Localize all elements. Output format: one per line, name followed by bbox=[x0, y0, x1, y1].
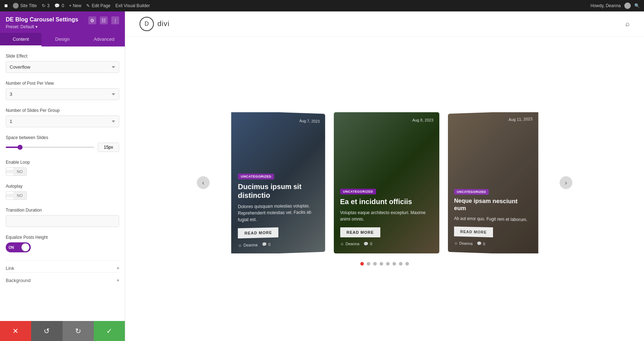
settings-icon[interactable]: ⚙ bbox=[88, 16, 96, 24]
preset-chevron-icon: ▾ bbox=[35, 24, 38, 29]
tab-advanced[interactable]: Advanced bbox=[83, 33, 125, 46]
main-layout: DE Blog Carousel Settings Preset: Defaul… bbox=[0, 11, 644, 341]
exit-builder-label: Exit Visual Builder bbox=[115, 3, 150, 8]
exit-builder-button[interactable]: Exit Visual Builder bbox=[115, 3, 150, 8]
toggle-off-state[interactable] bbox=[6, 170, 13, 173]
undo-button[interactable]: ↺ bbox=[31, 321, 62, 341]
enable-loop-toggle[interactable]: NO bbox=[6, 167, 27, 176]
author-icon-left: ☺ bbox=[238, 243, 242, 247]
dot-3[interactable] bbox=[373, 262, 377, 266]
search-icon[interactable]: 🔍 bbox=[634, 3, 640, 8]
slide-content-center: Aug 8, 2023 UNCATEGORIZED Ea et incidunt… bbox=[334, 112, 439, 253]
comment-icon-left: 💬 bbox=[262, 242, 267, 247]
carousel-prev-button[interactable]: ‹ bbox=[197, 176, 210, 189]
slides-per-group-select[interactable]: 1 2 3 bbox=[6, 115, 119, 127]
slide-author-left: ☺ Deanna bbox=[238, 242, 257, 247]
slide-date-center: Aug 8, 2023 bbox=[412, 118, 433, 122]
prev-chevron-icon: ‹ bbox=[202, 179, 204, 187]
slides-per-group-field: Number of Slides Per Group 1 2 3 bbox=[6, 108, 119, 127]
slide-meta-right: ☺ Deanna 💬 0 bbox=[454, 240, 532, 247]
equalize-on-label: ON bbox=[6, 246, 14, 249]
slider-thumb[interactable] bbox=[18, 145, 23, 150]
slide-comments-center: 💬 0 bbox=[364, 242, 372, 246]
more-icon[interactable]: ⋮ bbox=[111, 16, 119, 24]
dot-5[interactable] bbox=[386, 262, 390, 266]
pencil-icon: ✎ bbox=[86, 3, 90, 8]
dot-1[interactable] bbox=[360, 262, 364, 266]
divi-logo-letter: D bbox=[145, 21, 149, 27]
space-between-label: Space between Slides bbox=[6, 135, 119, 140]
close-button[interactable]: ✕ bbox=[0, 321, 31, 341]
top-bar: ■ Site Title ↻ 3 💬 0 + New ✎ Edit Page E… bbox=[0, 0, 644, 11]
slide-card-left[interactable]: Aug 7, 2023 UNCATEGORIZED Ducimus ipsum … bbox=[231, 112, 325, 253]
link-section-label: Link bbox=[6, 266, 14, 271]
slide-comments-left: 💬 0 bbox=[262, 242, 270, 247]
next-chevron-icon: › bbox=[565, 179, 567, 187]
equalize-toggle[interactable]: ON bbox=[6, 242, 31, 252]
read-more-button-left[interactable]: READ MORE bbox=[238, 227, 278, 238]
dot-4[interactable] bbox=[380, 262, 383, 266]
autoplay-no-label: NO bbox=[13, 192, 26, 199]
slider-track[interactable] bbox=[6, 147, 94, 148]
slide-effect-label: Slide Effect bbox=[6, 54, 119, 59]
carousel-wrapper: ‹ Aug 7, 2023 UNCATEGORIZED Ducimus ipsu… bbox=[197, 112, 572, 253]
slide-effect-field: Slide Effect Coverflow Slide Fade bbox=[6, 54, 119, 73]
read-more-button-center[interactable]: READ MORE bbox=[340, 227, 380, 237]
space-between-slider-row bbox=[6, 143, 119, 152]
slide-card-center[interactable]: Aug 8, 2023 UNCATEGORIZED Ea et incidunt… bbox=[334, 112, 439, 253]
background-section[interactable]: Background ▾ bbox=[6, 272, 119, 285]
comments-item[interactable]: 💬 0 bbox=[54, 3, 64, 8]
save-button[interactable]: ✓ bbox=[94, 321, 125, 341]
site-name-text: Site Title bbox=[20, 3, 37, 8]
site-name[interactable]: Site Title bbox=[13, 3, 37, 9]
new-label: + New bbox=[69, 3, 81, 8]
redo-button[interactable]: ↻ bbox=[63, 321, 94, 341]
carousel-slides: Aug 7, 2023 UNCATEGORIZED Ducimus ipsum … bbox=[210, 112, 560, 253]
sidebar-header-icons: ⚙ ☷ ⋮ bbox=[88, 16, 119, 24]
toggle-off-autoplay[interactable] bbox=[6, 194, 13, 197]
slide-author-right: ☺ Deanna bbox=[454, 241, 473, 245]
toggle-no-label: NO bbox=[13, 168, 26, 176]
enable-loop-toggle-row: NO bbox=[6, 167, 119, 176]
slide-card-right[interactable]: Aug 11, 2023 UNCATEGORIZED Neque ipsam n… bbox=[448, 112, 538, 253]
edit-page-button[interactable]: ✎ Edit Page bbox=[86, 3, 110, 8]
slide-excerpt-center: Voluptas eaque architecto excepturi. Max… bbox=[340, 209, 433, 222]
toggle-knob-equalize bbox=[21, 243, 29, 251]
slide-effect-select[interactable]: Coverflow Slide Fade bbox=[6, 61, 119, 73]
autoplay-toggle[interactable]: NO bbox=[6, 191, 27, 200]
read-more-button-right[interactable]: READ MORE bbox=[454, 226, 493, 237]
columns-icon[interactable]: ☷ bbox=[100, 16, 108, 24]
link-chevron-icon: ▾ bbox=[117, 266, 119, 271]
updates-item[interactable]: ↻ 3 bbox=[42, 3, 50, 8]
equalize-posts-height-label: Equalize Posts Height bbox=[6, 235, 119, 240]
sidebar-title: DE Blog Carousel Settings bbox=[6, 16, 88, 23]
sidebar-preset[interactable]: Preset: Default ▾ bbox=[6, 24, 88, 29]
dot-7[interactable] bbox=[399, 262, 402, 266]
enable-loop-label: Enable Loop bbox=[6, 160, 119, 165]
space-between-input[interactable] bbox=[98, 143, 119, 152]
wordpress-icon[interactable]: ■ bbox=[4, 3, 8, 9]
transition-duration-label: Transition Duration bbox=[6, 208, 119, 213]
slide-category-left: UNCATEGORIZED bbox=[238, 173, 274, 179]
author-icon-center: ☺ bbox=[340, 242, 344, 246]
dot-8[interactable] bbox=[405, 262, 409, 266]
slides-per-group-label: Number of Slides Per Group bbox=[6, 108, 119, 113]
dot-2[interactable] bbox=[367, 262, 370, 266]
equalize-posts-height-field: Equalize Posts Height ON bbox=[6, 235, 119, 252]
divi-nav: D divi ⌕ bbox=[125, 11, 644, 36]
tab-design[interactable]: Design bbox=[42, 33, 83, 46]
link-section[interactable]: Link ▾ bbox=[6, 260, 119, 272]
transition-duration-input[interactable]: 1000 bbox=[6, 215, 119, 227]
divi-search-icon[interactable]: ⌕ bbox=[625, 20, 630, 28]
tab-content[interactable]: Content bbox=[0, 33, 42, 46]
posts-per-view-select[interactable]: 1 2 3 4 bbox=[6, 88, 119, 100]
sidebar-tabs: Content Design Advanced bbox=[0, 33, 125, 46]
updates-count: 3 bbox=[47, 3, 50, 8]
top-bar-left: ■ Site Title ↻ 3 💬 0 + New ✎ Edit Page E… bbox=[4, 3, 585, 9]
sidebar-header: DE Blog Carousel Settings Preset: Defaul… bbox=[0, 11, 125, 33]
new-button[interactable]: + New bbox=[69, 3, 81, 8]
slide-meta-left: ☺ Deanna 💬 0 bbox=[238, 240, 319, 247]
space-between-field: Space between Slides bbox=[6, 135, 119, 152]
carousel-next-button[interactable]: › bbox=[560, 176, 572, 189]
dot-6[interactable] bbox=[392, 262, 396, 266]
